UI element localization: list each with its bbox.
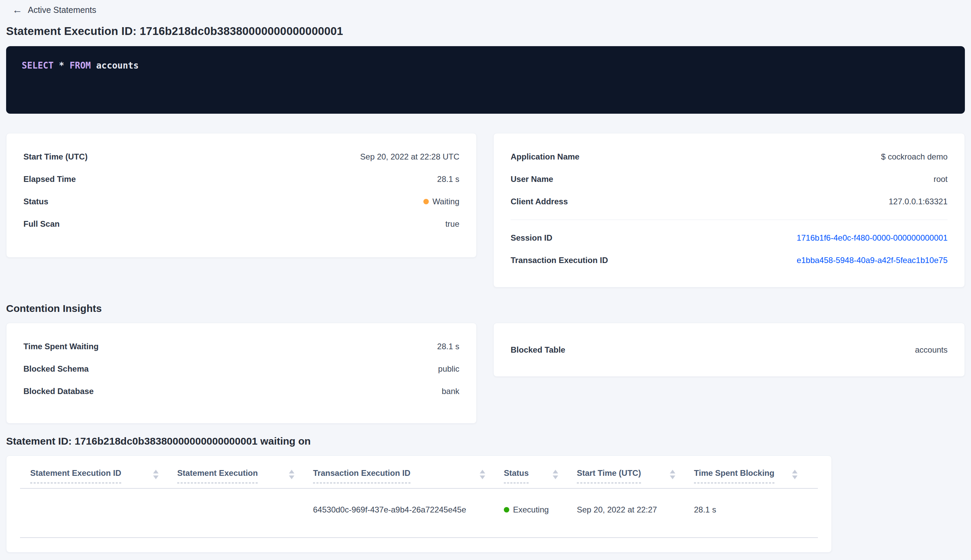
contention-insights-heading: Contention Insights: [6, 302, 965, 315]
cell-status: Executing: [504, 504, 577, 533]
session-id-row: Session ID 1716b1f6-4e0c-f480-0000-00000…: [511, 227, 948, 249]
sql-keyword-select: SELECT: [22, 60, 53, 71]
column-header-label[interactable]: Start Time (UTC): [577, 468, 641, 483]
waiting-on-heading: Statement ID: 1716b218dc0b38380000000000…: [6, 435, 965, 447]
session-id-link[interactable]: 1716b1f6-4e0c-f480-0000-000000000001: [797, 232, 948, 243]
contention-cards-row: Time Spent Waiting 28.1 s Blocked Schema…: [6, 323, 965, 423]
session-card-divider: [511, 220, 948, 220]
blocked-schema-value: public: [438, 363, 459, 374]
summary-cards-row: Start Time (UTC) Sep 20, 2022 at 22:28 U…: [6, 133, 965, 287]
column-header-time-spent-blocking[interactable]: Time Spent Blocking: [694, 468, 816, 483]
application-name-row: Application Name $ cockroach demo: [511, 146, 948, 168]
back-link[interactable]: ← Active Statements: [6, 0, 965, 15]
user-name-label: User Name: [511, 174, 553, 185]
sql-statement-box: SELECT * FROM accounts: [6, 46, 965, 114]
client-address-value: 127.0.0.1:63321: [889, 196, 948, 207]
status-label: Status: [23, 196, 48, 207]
column-header-statement-execution[interactable]: Statement Execution: [177, 468, 313, 483]
column-header-transaction-execution-id[interactable]: Transaction Execution ID: [313, 468, 504, 483]
sort-arrows-icon[interactable]: [670, 470, 675, 479]
blocked-table-value: accounts: [915, 345, 948, 355]
status-waiting-dot-icon: [423, 199, 429, 204]
time-spent-waiting-value: 28.1 s: [437, 341, 459, 352]
column-header-status[interactable]: Status: [504, 468, 577, 483]
start-time-row: Start Time (UTC) Sep 20, 2022 at 22:28 U…: [23, 146, 459, 168]
sort-arrows-icon[interactable]: [553, 470, 558, 479]
sort-arrows-icon[interactable]: [480, 470, 485, 479]
start-time-value: Sep 20, 2022 at 22:28 UTC: [360, 152, 459, 162]
elapsed-time-row: Elapsed Time 28.1 s: [23, 168, 459, 190]
transaction-execution-id-row: Transaction Execution ID e1bba458-5948-4…: [511, 249, 948, 272]
column-header-label[interactable]: Time Spent Blocking: [694, 468, 774, 483]
statement-execution-details-page: ← Active Statements Statement Execution …: [0, 0, 971, 560]
blocked-schema-row: Blocked Schema public: [23, 358, 459, 380]
status-executing-text: Executing: [513, 504, 549, 515]
cell-time-spent-blocking: 28.1 s: [694, 504, 816, 533]
cell-statement-execution: [177, 504, 313, 533]
sql-keyword-from: FROM: [70, 60, 91, 71]
status-value: Waiting: [423, 196, 459, 207]
application-name-value: $ cockroach demo: [881, 152, 948, 162]
table-header-row: Statement Execution ID Statement Executi…: [20, 456, 818, 483]
cell-transaction-execution-id: 64530d0c-969f-437e-a9b4-26a72245e45e: [313, 504, 504, 533]
sort-arrows-icon[interactable]: [289, 470, 294, 479]
time-spent-waiting-row: Time Spent Waiting 28.1 s: [23, 335, 459, 358]
cell-start-time: Sep 20, 2022 at 22:27: [577, 504, 694, 533]
full-scan-label: Full Scan: [23, 218, 60, 230]
sql-table-name: accounts: [96, 60, 138, 71]
column-header-label[interactable]: Statement Execution: [177, 468, 258, 483]
client-address-label: Client Address: [511, 196, 568, 207]
back-link-label: Active Statements: [28, 5, 96, 15]
sort-arrows-icon[interactable]: [153, 470, 158, 479]
contention-details-card: Time Spent Waiting 28.1 s Blocked Schema…: [6, 323, 477, 423]
transaction-execution-id-link[interactable]: e1bba458-5948-40a9-a42f-5feac1b10e75: [797, 255, 948, 266]
blocked-table-card: Blocked Table accounts: [493, 323, 965, 377]
start-time-label: Start Time (UTC): [23, 152, 88, 162]
time-spent-waiting-label: Time Spent Waiting: [23, 341, 98, 352]
execution-details-card: Start Time (UTC) Sep 20, 2022 at 22:28 U…: [6, 133, 477, 258]
back-arrow-icon: ←: [12, 5, 22, 15]
table-row: 64530d0c-969f-437e-a9b4-26a72245e45e Exe…: [20, 489, 818, 533]
full-scan-row: Full Scan true: [23, 213, 459, 235]
column-header-statement-execution-id[interactable]: Statement Execution ID: [30, 468, 177, 483]
blocked-schema-label: Blocked Schema: [23, 363, 88, 374]
status-waiting-text: Waiting: [432, 196, 459, 207]
session-id-label: Session ID: [511, 232, 552, 243]
waiting-on-table: Statement Execution ID Statement Executi…: [6, 455, 832, 553]
client-address-row: Client Address 127.0.0.1:63321: [511, 190, 948, 213]
elapsed-time-value: 28.1 s: [437, 174, 459, 185]
session-details-card: Application Name $ cockroach demo User N…: [493, 133, 965, 287]
column-header-label[interactable]: Status: [504, 468, 529, 483]
blocked-table-label: Blocked Table: [511, 345, 565, 355]
table-row-divider: [20, 537, 818, 538]
full-scan-value: true: [445, 218, 459, 230]
user-name-value: root: [934, 174, 948, 185]
blocked-table-row: Blocked Table accounts: [511, 339, 948, 361]
cell-statement-execution-id: [30, 504, 177, 533]
column-header-label[interactable]: Transaction Execution ID: [313, 468, 410, 483]
blocked-database-row: Blocked Database bank: [23, 380, 459, 403]
page-title: Statement Execution ID: 1716b218dc0b3838…: [6, 25, 965, 38]
blocked-database-label: Blocked Database: [23, 386, 94, 397]
transaction-execution-id-label: Transaction Execution ID: [511, 255, 608, 266]
sort-arrows-icon[interactable]: [792, 470, 797, 479]
status-executing-dot-icon: [504, 507, 509, 512]
column-header-label[interactable]: Statement Execution ID: [30, 468, 121, 483]
user-name-row: User Name root: [511, 168, 948, 190]
elapsed-time-label: Elapsed Time: [23, 174, 76, 185]
blocked-database-value: bank: [442, 386, 459, 397]
sql-star: *: [59, 60, 65, 71]
status-row: Status Waiting: [23, 190, 459, 213]
column-header-start-time[interactable]: Start Time (UTC): [577, 468, 694, 483]
application-name-label: Application Name: [511, 152, 579, 162]
